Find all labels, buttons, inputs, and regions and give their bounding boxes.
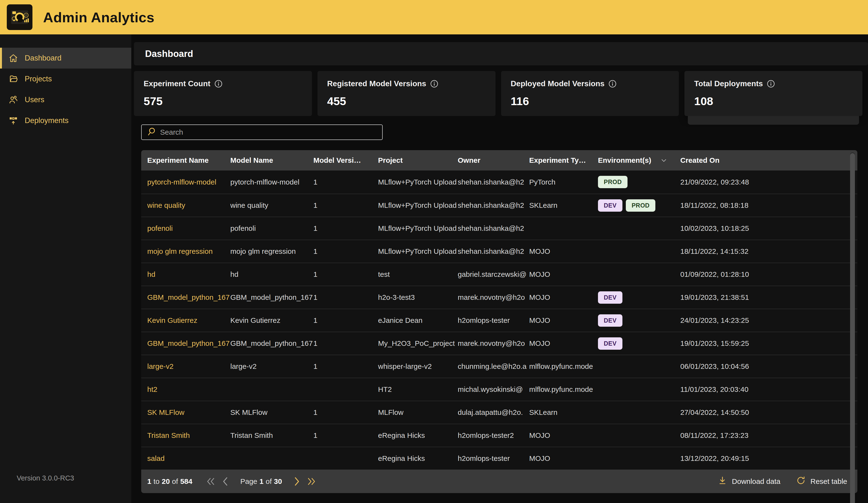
model-version-cell: 1 [313,431,378,440]
experiment-link[interactable]: ht2 [147,385,157,393]
created-on-cell: 21/09/2022, 09:23:48 [680,178,857,186]
pagination: Page1of30 [206,476,316,487]
owner-cell: shehan.ishanka@h2 [458,201,529,209]
experiment-link[interactable]: salad [147,454,165,462]
table-row[interactable]: Tristan SmithTristan Smith1eRegina Hicks… [141,423,857,446]
info-icon[interactable] [767,80,775,88]
table-row[interactable]: hdhd1testgabriel.starczewski@MOJO01/09/2… [141,263,857,286]
table-row[interactable]: Kevin GutierrezKevin Gutierrez1eJanice D… [141,309,857,331]
model-name-cell: GBM_model_python_167 [230,339,313,348]
model-name-cell: pytorch-mlflow-model [230,178,313,186]
experiment-link[interactable]: GBM_model_python_167 [147,339,230,347]
experiment-link[interactable]: pofenoli [147,224,173,232]
stat-label: Total Deployments [694,79,763,88]
table-row[interactable]: wine qualitywine quality1MLflow+PyTorch … [141,194,857,216]
column-header[interactable]: Model Name [230,156,313,164]
table-row[interactable]: GBM_model_python_167GBM_model_python_167… [141,331,857,355]
experiment-type-cell: MOJO [529,339,598,348]
table-row[interactable]: saladeRegina Hicksh2omlops-testerMOJO13/… [141,446,857,470]
experiment-link[interactable]: Kevin Gutierrez [147,316,197,324]
search-box [141,124,383,140]
column-header[interactable]: Experiment Name [147,156,230,164]
column-header[interactable]: Model Versi… [313,156,378,164]
first-page-button[interactable] [206,476,216,487]
sidebar-nav: DashboardProjectsUsersDeployments [0,48,131,131]
column-header[interactable]: Created On [680,156,857,164]
app-header: Admin Analytics [0,0,868,34]
sidebar-item-dashboard[interactable]: Dashboard [0,48,131,69]
page-indicator: Page1of30 [240,477,282,485]
environments-cell: PROD [598,176,677,188]
app-logo-image [7,4,32,30]
project-cell: MLflow+PyTorch Upload [378,224,458,233]
next-page-button[interactable] [292,476,302,487]
table-row[interactable]: pofenolipofenoli1MLflow+PyTorch Uploadsh… [141,216,857,239]
project-cell: whisper-large-v2 [378,362,458,370]
model-version-cell: 1 [313,178,378,186]
column-header[interactable]: Experiment Ty… [529,156,598,164]
info-icon[interactable] [430,80,438,88]
experiment-link[interactable]: mojo glm regression [147,247,213,255]
table-scrollbar [850,153,855,503]
experiment-type-cell: SKLearn [529,201,598,209]
sidebar-item-label: Deployments [25,116,69,125]
created-on-cell: 11/01/2023, 20:03:40 [680,385,857,393]
experiment-link[interactable]: GBM_model_python_167 [147,293,230,301]
owner-cell: shehan.ishanka@h2 [458,178,529,186]
table-row[interactable]: mojo glm regressionmojo glm regression1M… [141,239,857,263]
experiment-link[interactable]: wine quality [147,201,185,209]
experiment-link[interactable]: large-v2 [147,362,173,370]
model-name-cell: GBM_model_python_167 [230,293,313,301]
deployments-icon [9,116,18,125]
sidebar-item-label: Dashboard [25,54,62,62]
column-header[interactable]: Owner [458,156,529,164]
info-icon[interactable] [214,80,223,88]
model-version-cell: 1 [313,339,378,348]
sidebar-item-deployments[interactable]: Deployments [0,110,131,131]
model-version-cell: 1 [313,224,378,233]
app-title: Admin Analytics [43,9,155,25]
experiment-link[interactable]: hd [147,270,155,278]
environments-cell: DEV [598,314,677,327]
previous-page-button[interactable] [220,476,230,487]
download-data-button[interactable]: Download data [717,475,780,487]
chevron-down-icon[interactable] [660,156,668,164]
experiment-link[interactable]: SK MLFlow [147,408,184,416]
table-row[interactable]: ht2HT2michal.wysokinski@mlflow.pyfunc.mo… [141,378,857,401]
table-row[interactable]: large-v2large-v21whisper-large-v2chunmin… [141,355,857,378]
project-cell: eRegina Hicks [378,431,458,440]
home-icon [9,53,18,63]
sidebar: DashboardProjectsUsersDeployments Versio… [0,34,131,503]
info-icon[interactable] [608,80,617,88]
table-row[interactable]: SK MLFlowSK MLFlow1MLFlowdulaj.atapattu@… [141,401,857,423]
model-version-cell: 1 [313,270,378,278]
page-title: Dashboard [145,49,193,59]
env-badge: PROD [598,176,628,188]
owner-cell: gabriel.starczewski@ [458,270,529,278]
reset-table-button[interactable]: Reset table [796,475,847,487]
model-version-cell: 1 [313,362,378,370]
owner-cell: h2omlops-tester [458,316,529,325]
column-header[interactable]: Project [378,156,458,164]
sidebar-item-projects[interactable]: Projects [0,69,131,89]
owner-cell: dulaj.atapattu@h2o. [458,408,529,417]
stat-value: 108 [694,94,853,108]
table-scrollbar-thumb[interactable] [850,153,855,503]
row-range: 1to20of584 [147,477,192,485]
experiment-link[interactable]: Tristan Smith [147,431,190,439]
table-row[interactable]: pytorch-mlflow-modelpytorch-mlflow-model… [141,171,857,194]
table-row[interactable]: GBM_model_python_167GBM_model_python_167… [141,286,857,309]
env-badge: DEV [598,337,622,350]
last-page-button[interactable] [307,476,316,487]
table-header-row: Experiment NameModel NameModel Versi…Pro… [141,150,857,171]
search-input[interactable] [160,128,377,136]
download-icon [717,475,727,487]
column-header[interactable]: Environment(s) [598,156,680,164]
experiment-type-cell: MOJO [529,431,598,440]
experiment-type-cell: SKLearn [529,408,598,417]
created-on-cell: 06/01/2023, 10:04:56 [680,362,857,370]
experiment-link[interactable]: pytorch-mlflow-model [147,178,216,186]
model-name-cell: mojo glm regression [230,247,313,256]
experiment-type-cell: MOJO [529,454,598,463]
sidebar-item-users[interactable]: Users [0,89,131,110]
